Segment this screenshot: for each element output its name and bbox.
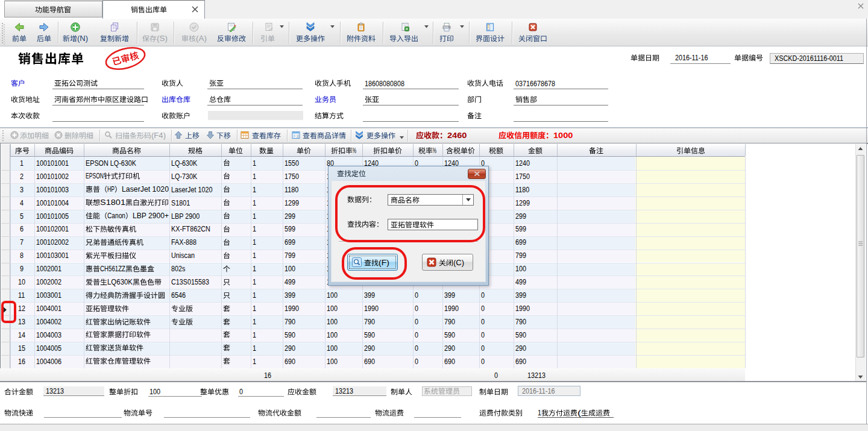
- svg-text:(: (: [577, 409, 581, 417]
- svg-text:HP: HP: [107, 185, 115, 193]
- svg-text:(N): (N): [77, 34, 88, 43]
- svg-text:1: 1: [538, 409, 541, 417]
- svg-text:(F4): (F4): [151, 131, 166, 140]
- svg-text:LQ630K: LQ630K: [107, 278, 133, 286]
- svg-text:1000: 1000: [553, 131, 573, 140]
- svg-text:CH561ZZ: CH561ZZ: [100, 265, 125, 273]
- svg-text:S1801: S1801: [100, 198, 125, 207]
- svg-text:(S): (S): [157, 34, 168, 43]
- svg-text:2460: 2460: [447, 131, 467, 140]
- svg-text:%: %: [353, 146, 356, 155]
- svg-text:LBP 2900+: LBP 2900+: [133, 212, 169, 220]
- svg-text:Canon: Canon: [107, 212, 125, 220]
- svg-text:(A): (A): [196, 34, 207, 43]
- svg-text:%: %: [433, 146, 436, 155]
- svg-text:(C): (C): [453, 259, 464, 267]
- svg-text:LaserJet 1020: LaserJet 1020: [122, 185, 169, 193]
- svg-text:EPSON: EPSON: [86, 172, 104, 180]
